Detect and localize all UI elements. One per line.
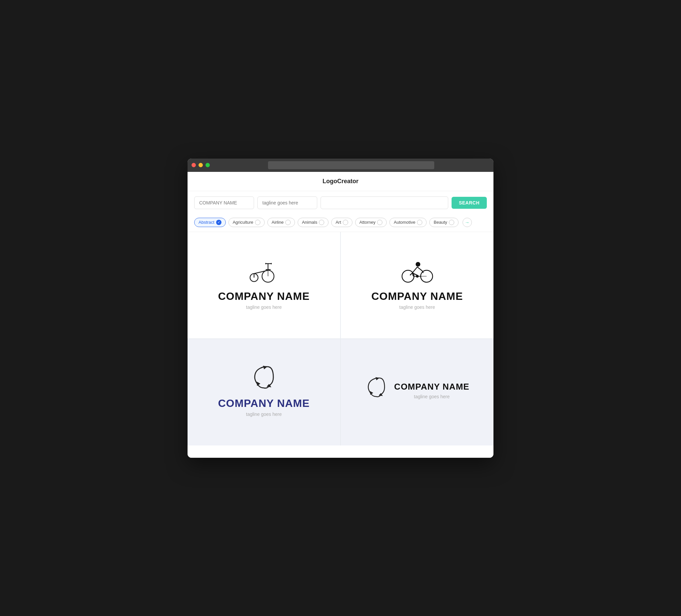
category-automotive[interactable]: Automotive <box>389 218 427 227</box>
logo2-tagline: tagline goes here <box>399 305 435 310</box>
logo1-tagline: tagline goes here <box>246 305 282 310</box>
category-label: Animals <box>302 220 317 225</box>
check-icon-art <box>343 220 348 225</box>
logo4-tagline: tagline goes here <box>394 394 469 399</box>
logo1-company-name: COMPANY NAME <box>218 290 310 303</box>
logo-card-3[interactable]: COMPANY NAME tagline goes here <box>187 339 340 445</box>
recycle-icon-3 <box>251 364 277 392</box>
logo4-text-group: COMPANY NAME tagline goes here <box>394 382 469 399</box>
svg-line-7 <box>254 270 268 274</box>
svg-point-15 <box>415 262 420 266</box>
logo-card-1[interactable]: COMPANY NAME tagline goes here <box>187 232 340 338</box>
category-airline[interactable]: Airline <box>267 218 295 227</box>
check-icon-attorney <box>377 220 382 225</box>
category-label: Beauty <box>434 220 447 225</box>
check-icon-beauty <box>449 220 454 225</box>
logo2-company-name: COMPANY NAME <box>372 290 463 303</box>
check-icon-abstract: ✓ <box>216 220 222 225</box>
logo-card-2[interactable]: COMPANY NAME tagline goes here <box>341 232 494 338</box>
category-label: Airline <box>272 220 284 225</box>
category-animals[interactable]: Animals <box>298 218 329 227</box>
minimize-button[interactable] <box>199 163 203 167</box>
app-header: LogoCreator <box>187 172 494 191</box>
category-abstract[interactable]: Abstract ✓ <box>194 218 226 227</box>
check-icon-agriculture <box>255 220 260 225</box>
app-content: LogoCreator SEARCH Abstract ✓ Agricultur… <box>187 172 494 458</box>
search-bar: SEARCH <box>187 191 494 214</box>
categories-next-button[interactable]: → <box>462 218 472 227</box>
category-label: Abstract <box>199 220 215 225</box>
tagline-input[interactable] <box>257 197 317 209</box>
check-icon-airline <box>285 220 291 225</box>
maximize-button[interactable] <box>205 163 210 167</box>
category-label: Art <box>335 220 341 225</box>
logo3-company-name: COMPANY NAME <box>218 397 310 410</box>
logo4-company-name: COMPANY NAME <box>394 382 469 392</box>
logo3-tagline: tagline goes here <box>246 412 282 417</box>
category-beauty[interactable]: Beauty <box>429 218 458 227</box>
svg-point-19 <box>416 275 419 278</box>
logo-grid: COMPANY NAME tagline goes here <box>187 232 494 445</box>
category-art[interactable]: Art <box>331 218 352 227</box>
titlebar <box>187 159 494 172</box>
category-label: Automotive <box>394 220 415 225</box>
check-icon-animals <box>319 220 324 225</box>
svg-line-14 <box>417 267 422 271</box>
app-window: LogoCreator SEARCH Abstract ✓ Agricultur… <box>187 159 494 458</box>
recycle-icon-4 <box>365 376 388 400</box>
check-icon-automotive <box>417 220 422 225</box>
cyclist-icon <box>401 257 434 285</box>
company-name-input[interactable] <box>194 197 254 209</box>
logo-card-4[interactable]: COMPANY NAME tagline goes here <box>341 339 494 445</box>
url-bar[interactable] <box>268 161 434 169</box>
category-label: Attorney <box>359 220 375 225</box>
categories-bar: Abstract ✓ Agriculture Airline Animals A… <box>187 214 494 232</box>
search-button[interactable]: SEARCH <box>452 197 487 209</box>
category-label: Agriculture <box>233 220 253 225</box>
category-agriculture[interactable]: Agriculture <box>228 218 265 227</box>
category-attorney[interactable]: Attorney <box>355 218 387 227</box>
svg-line-13 <box>412 267 417 273</box>
svg-line-21 <box>410 273 412 275</box>
tricycle-icon <box>247 257 281 285</box>
app-title: LogoCreator <box>323 178 358 184</box>
extra-input[interactable] <box>321 197 448 209</box>
close-button[interactable] <box>192 163 196 167</box>
svg-point-11 <box>402 270 414 282</box>
